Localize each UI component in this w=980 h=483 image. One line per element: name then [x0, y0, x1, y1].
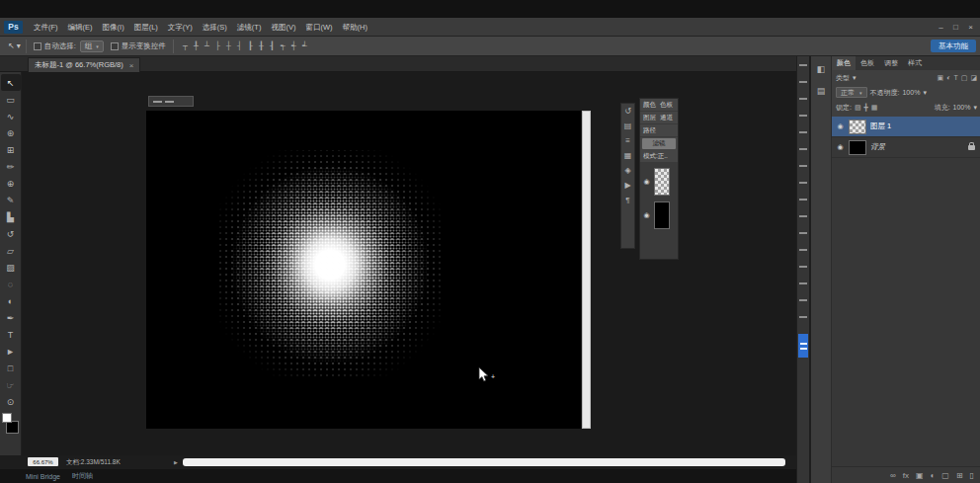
lock-position-icon[interactable]: ╋: [864, 104, 868, 112]
layer-name[interactable]: 图层 1: [870, 121, 977, 131]
mini-tab-swatches[interactable]: 色板: [660, 101, 673, 110]
lock-all-icon[interactable]: ▦: [871, 104, 878, 112]
close-button[interactable]: ×: [963, 23, 978, 32]
collapsed-panel-icon[interactable]: ▤: [817, 86, 826, 96]
auto-select-checkbox[interactable]: [34, 42, 41, 50]
tool-dodge[interactable]: ◐: [1, 292, 21, 309]
mini-tab-channels[interactable]: 通道: [660, 114, 673, 122]
layer-name[interactable]: 背景: [870, 142, 964, 152]
link-layers-icon[interactable]: ∞: [890, 471, 896, 480]
tool-brush[interactable]: ✎: [1, 192, 21, 208]
distribute-left-icon[interactable]: ┭: [279, 41, 287, 50]
status-flyout-arrow-icon[interactable]: ▶: [174, 459, 178, 465]
layer-thumbnail[interactable]: [849, 120, 866, 134]
menu-file[interactable]: 文件(F): [29, 18, 63, 37]
tool-pen[interactable]: ✒: [1, 309, 21, 326]
tool-type[interactable]: T: [1, 326, 21, 343]
new-group-icon[interactable]: ▢: [941, 471, 949, 480]
eye-icon[interactable]: ◉: [642, 178, 651, 186]
tool-eraser[interactable]: ▱: [1, 242, 21, 259]
distribute-vcenter-icon[interactable]: ╂: [257, 41, 266, 50]
mini-layer-row-transparent[interactable]: ◉: [640, 165, 678, 199]
layer-thumbnail[interactable]: [849, 140, 866, 155]
align-left-icon[interactable]: ├: [213, 41, 222, 50]
history-panel-icon[interactable]: ↺: [624, 107, 631, 116]
chevron-down-icon[interactable]: ▾: [923, 89, 927, 97]
mini-tab-layers[interactable]: 图层: [643, 114, 656, 122]
tab-swatches[interactable]: 色板: [856, 56, 879, 70]
tool-path-select[interactable]: ►: [1, 343, 21, 360]
mini-tab-paths[interactable]: 路径: [643, 126, 656, 135]
minimize-button[interactable]: –: [934, 23, 948, 32]
new-layer-icon[interactable]: ⊞: [956, 471, 963, 480]
zoom-level-field[interactable]: 66.67%: [28, 457, 58, 466]
properties-panel-icon[interactable]: ▤: [624, 121, 632, 130]
tool-clone-stamp[interactable]: ▙: [1, 208, 21, 225]
lock-transparent-pixels-icon[interactable]: ▨: [855, 104, 861, 112]
menu-filter[interactable]: 滤镜(T): [232, 18, 267, 37]
auto-select-dropdown[interactable]: 组 ▾: [80, 40, 104, 52]
tool-move[interactable]: ↖: [1, 74, 21, 91]
tab-timeline[interactable]: 时间轴: [72, 471, 93, 481]
filter-shape-layers-icon[interactable]: ▢: [961, 74, 968, 82]
navigator-panel-icon[interactable]: ◈: [624, 166, 630, 175]
opacity-value[interactable]: 100%: [902, 89, 920, 96]
menu-select[interactable]: 选择(S): [198, 18, 232, 37]
tool-quick-select[interactable]: ⊛: [1, 124, 21, 141]
actions-panel-icon[interactable]: ▶: [624, 181, 630, 190]
fill-value[interactable]: 100%: [953, 104, 971, 111]
eye-icon[interactable]: ◉: [642, 211, 651, 219]
tool-crop[interactable]: ⊞: [1, 141, 21, 158]
tab-mini-bridge[interactable]: Mini Bridge: [26, 473, 60, 480]
filter-kind-label[interactable]: 类型: [836, 73, 850, 83]
distribute-top-icon[interactable]: ┠: [246, 41, 255, 50]
close-tab-icon[interactable]: ×: [129, 61, 134, 70]
filter-adjustment-layers-icon[interactable]: ◐: [946, 74, 950, 82]
mini-layer-row-black[interactable]: ◉: [640, 199, 678, 232]
distribute-right-icon[interactable]: ┵: [300, 41, 309, 50]
blend-mode-dropdown[interactable]: 正常 ▾: [836, 87, 867, 98]
tool-shape[interactable]: □: [1, 360, 21, 376]
menu-help[interactable]: 帮助(H): [338, 18, 372, 37]
menu-edit[interactable]: 编辑(E): [63, 18, 98, 37]
align-right-icon[interactable]: ┤: [235, 41, 244, 50]
align-vcenter-icon[interactable]: ╀: [192, 41, 201, 50]
chevron-down-icon[interactable]: ▾: [973, 104, 977, 112]
delete-layer-icon[interactable]: ▯: [970, 471, 974, 480]
align-bottom-icon[interactable]: ┴: [203, 41, 211, 50]
tool-hand[interactable]: ☞: [1, 376, 21, 393]
layer-row-layer1[interactable]: ◉ 图层 1: [832, 117, 980, 137]
menu-type[interactable]: 文字(Y): [163, 18, 198, 37]
layer-visibility-toggle[interactable]: ◉: [836, 122, 845, 130]
document-canvas[interactable]: [146, 111, 581, 429]
adjustment-layer-icon[interactable]: ◐: [930, 471, 935, 480]
filter-smart-objects-icon[interactable]: ◪: [970, 74, 977, 82]
layer-style-icon[interactable]: fx: [903, 471, 909, 480]
paragraph-panel-icon[interactable]: ¶: [625, 196, 629, 204]
collapsed-panel-icon[interactable]: ◧: [817, 64, 826, 74]
histogram-panel-icon[interactable]: ▦: [624, 151, 632, 160]
tool-zoom[interactable]: ⊙: [1, 393, 21, 410]
layer-row-background[interactable]: ◉ 背景: [832, 137, 980, 158]
workspace-switcher-button[interactable]: 基本功能: [931, 40, 976, 52]
document-tab[interactable]: 未标题-1 @ 66.7%(RGB/8) ×: [28, 57, 140, 72]
mini-filter-button[interactable]: 滤镜: [642, 138, 676, 149]
show-transform-checkbox[interactable]: [111, 42, 119, 50]
tab-color[interactable]: 颜色: [832, 56, 856, 70]
tool-healing[interactable]: ⊕: [1, 175, 21, 192]
tool-marquee[interactable]: ▭: [1, 91, 21, 108]
vertical-scrollbar[interactable]: [582, 111, 591, 429]
tool-blur[interactable]: ◌: [1, 276, 21, 292]
mini-tab-color[interactable]: 颜色: [643, 101, 656, 110]
maximize-button[interactable]: □: [948, 23, 963, 32]
align-top-icon[interactable]: ┬: [181, 41, 190, 50]
strip-selected-item[interactable]: [798, 334, 808, 358]
tool-lasso[interactable]: ∿: [1, 108, 21, 124]
current-tool-preset[interactable]: ↖ ▾: [3, 40, 27, 53]
menu-view[interactable]: 视图(V): [266, 18, 300, 37]
tab-adjustments[interactable]: 调整: [879, 56, 903, 70]
add-layer-mask-icon[interactable]: ▣: [916, 471, 924, 480]
menu-layer[interactable]: 图层(L): [129, 18, 163, 37]
horizontal-scrollbar[interactable]: [183, 458, 785, 466]
layer-visibility-toggle[interactable]: ◉: [836, 143, 845, 151]
